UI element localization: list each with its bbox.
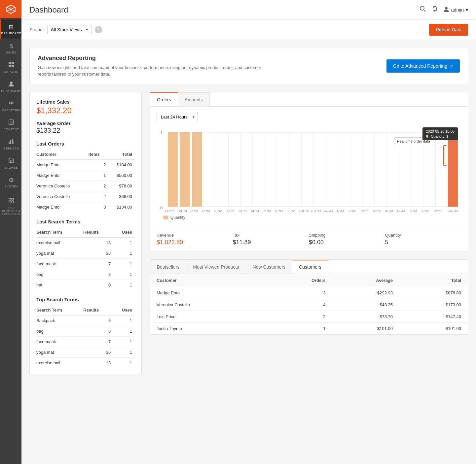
svg-text:7AM: 7AM [409,209,417,212]
revenue-label: Revenue [157,233,233,238]
sidebar-item-marketing[interactable]: MARKETING [0,96,21,115]
lifetime-sales-title: Lifetime Sales [36,99,135,105]
chart-legend: Quantity [157,213,461,224]
reload-data-button[interactable]: Reload Data [429,24,468,36]
order-customer: Veronica Costello [36,181,89,191]
table-row: Madge Ento2$184.00 [36,160,135,170]
col-results2: Results [83,306,113,315]
svg-point-23 [434,6,435,7]
chart-wrap: 1 0 [150,127,468,227]
search-term: yoga mat [36,347,83,358]
last-search-terms-table: Search Term Results Uses exercise ball13… [36,228,135,290]
svg-text:12PM: 12PM [177,209,187,212]
table-row: bag81 [36,326,135,337]
col-orders: Orders [270,274,329,287]
external-link-icon: ↗ [449,63,453,69]
customers-table: Customer Orders Average Total Madge Ento… [150,274,468,334]
svg-text:9PM: 9PM [287,209,295,212]
tooltip-quantity: Quantity: 1 [426,134,455,138]
table-row: yoga mat361 [36,347,135,358]
search-uses: 1 [113,326,135,337]
svg-text:11AM: 11AM [165,209,175,212]
lifetime-sales-value: $1,332.20 [36,106,135,115]
catalog-icon [8,62,14,69]
svg-text:8PM: 8PM [275,209,283,212]
bell-icon[interactable] [431,6,438,14]
svg-text:4AM: 4AM [373,209,381,212]
svg-text:4PM: 4PM [227,209,235,212]
customer-orders: 2 [270,311,329,323]
top-search-terms-title: Top Search Terms [36,297,135,302]
legend-swatch [163,215,168,219]
system-icon: ⚙ [9,177,14,184]
sidebar-item-content[interactable]: CONTENT [0,115,21,134]
search-term: face mask [36,337,83,347]
sidebar-item-stores[interactable]: STORES [0,153,21,173]
store-view-select[interactable]: All Store Views [47,25,92,34]
svg-text:1: 1 [160,131,163,135]
tax-label: Tax [233,233,309,238]
table-row: exercise ball131 [36,238,135,248]
svg-text:5AM: 5AM [385,209,393,212]
svg-text:9AM: 9AM [434,209,442,212]
col-customer-name: Customer [150,274,270,287]
sidebar-item-sales[interactable]: $ SALES [0,39,21,58]
user-menu[interactable]: admin ▾ [443,6,468,13]
table-row: face mask71 [36,337,135,347]
search-uses: 1 [113,269,135,280]
topbar: Dashboard admin ▾ [21,0,476,20]
search-term: bag [36,269,83,280]
time-filter-select[interactable]: Last 24 HoursLast 7 DaysLast 30 Days [157,112,198,122]
right-column: Orders Amounts Last 24 HoursLast 7 DaysL… [150,92,468,383]
table-row: Justin Thyme1$101.00$101.00 [150,323,468,335]
help-icon[interactable]: ? [95,26,102,33]
svg-rect-56 [448,132,458,207]
tab-customers[interactable]: Customers [292,260,328,274]
bottom-tabs-card: Bestsellers Most Viewed Products New Cus… [150,259,468,335]
order-items: 3 [89,202,109,213]
tab-new-customers[interactable]: New Customers [246,260,293,274]
sidebar-item-system[interactable]: ⚙ SYSTEM [0,173,21,192]
sidebar-item-catalog[interactable]: CATALOG [0,58,21,77]
table-row: face mask71 [36,259,135,269]
sidebar-item-customers[interactable]: CUSTOMERS [0,77,21,96]
sidebar-item-find-partners[interactable]: FIND PARTNERS & EXTENSIONS [0,194,21,218]
tab-orders[interactable]: Orders [150,92,178,106]
search-term: exercise ball [36,358,83,368]
go-to-advanced-reporting-button[interactable]: Go to Advanced Reporting ↗ [386,59,460,73]
bottom-tabs-row: Bestsellers Most Viewed Products New Cus… [150,260,468,274]
svg-rect-1 [12,62,14,64]
search-icon[interactable] [420,6,426,14]
svg-rect-53 [168,132,177,207]
table-row: Veronica Costello2$66.00 [36,191,135,202]
table-row: Backpack51 [36,315,135,326]
search-results: 7 [83,337,113,347]
search-term: hat [36,280,83,290]
tab-bestsellers[interactable]: Bestsellers [150,260,186,274]
last-orders-title: Last Orders [36,141,135,147]
two-column-layout: Lifetime Sales $1,332.20 Average Order $… [29,92,468,383]
sidebar-item-dashboard[interactable]: ⊞ DASHBOARD [0,19,21,39]
svg-point-21 [420,6,424,10]
svg-rect-20 [12,201,14,203]
tooltip-date: 2020-05-20 10:00 [426,129,455,133]
tab-amounts[interactable]: Amounts [178,92,210,106]
sidebar-logo[interactable] [0,0,21,18]
adv-reporting-left: Advanced Reporting Gain new insights and… [38,55,386,77]
table-row: hat01 [36,280,135,290]
col-average: Average [330,274,397,287]
sidebar-item-label: REPORTS [4,147,19,150]
scope-left: Scope: All Store Views ? [29,25,102,34]
svg-line-22 [424,10,425,12]
customers-icon [8,81,14,88]
svg-rect-2 [9,65,11,67]
sales-icon: $ [10,43,13,50]
order-customer: Madge Ento [36,202,89,213]
svg-text:2PM: 2PM [202,209,210,212]
tab-most-viewed[interactable]: Most Viewed Products [186,260,246,274]
col-total: Total [108,150,135,160]
search-uses: 1 [113,337,135,347]
svg-text:7PM: 7PM [263,209,271,212]
sidebar-item-reports[interactable]: REPORTS [0,134,21,153]
customer-name: Justin Thyme [150,323,270,335]
